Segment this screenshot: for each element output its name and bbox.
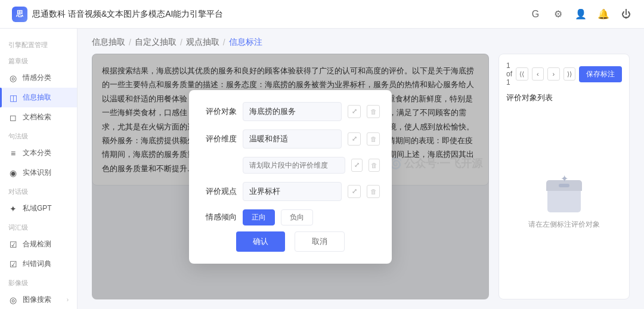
app-title: 思通数科 语音视频&文本图片多模态AI能力引擎平台 <box>32 9 223 20</box>
dialog-row-dimension-2: ⤢ 🗑 <box>201 157 380 174</box>
text-classify-icon: ≡ <box>8 149 18 158</box>
dialog-input-dimension[interactable] <box>243 157 345 174</box>
content-area: 信息抽取 / 自定义抽取 / 观点抽取 / 信息标注 根据搜索结果，海底捞以其优… <box>78 29 644 309</box>
entity-icon: ◉ <box>8 168 18 178</box>
empty-illustration: ✦ <box>540 172 588 214</box>
box-handle <box>559 184 569 187</box>
dialog-label-dimension-1: 评价维度 <box>201 134 237 144</box>
dialog-confirm-btn[interactable]: 确认 <box>236 231 285 252</box>
right-panel-toolbar: 1 of 1 ⟨⟨ ‹ › ⟩⟩ 保存标注 <box>506 61 622 86</box>
dialog-cancel-btn[interactable]: 取消 <box>295 231 345 252</box>
header: 思 思通数科 语音视频&文本图片多模态AI能力引擎平台 G ⚙ 👤 🔔 ⏻ <box>0 0 644 29</box>
image-search-icon: ◎ <box>8 295 18 305</box>
correction-icon: ☑ <box>8 259 18 269</box>
empty-text: 请在左侧标注评价对象 <box>528 220 600 230</box>
compliance-icon: ☑ <box>8 240 18 249</box>
sentiment-positive-btn[interactable]: 正向 <box>243 209 275 225</box>
dialog-expand-opinion-btn[interactable]: ⤢ <box>348 185 361 198</box>
right-panel-title: 评价对象列表 <box>506 92 622 103</box>
sidebar-item-image-search-label: 图像搜索 <box>23 295 62 305</box>
doc-search-icon: ◻ <box>8 113 18 122</box>
sidebar-item-entity-label: 实体识别 <box>23 168 69 178</box>
dialog-label-target: 评价对象 <box>201 106 237 117</box>
dialog-overlay: 评价对象 海底捞的服务 ⤢ 🗑 评价维度 温暖和舒适 ⤢ 🗑 <box>92 54 489 299</box>
dialog-label-opinion: 评价观点 <box>201 186 237 197</box>
dialog-label-sentiment: 情感倾向 <box>201 212 237 223</box>
right-panel: 1 of 1 ⟨⟨ ‹ › ⟩⟩ 保存标注 评价对象列表 ✦ <box>499 54 630 299</box>
breadcrumb-item-1[interactable]: 自定义抽取 <box>135 37 177 48</box>
sidebar-item-compliance[interactable]: ☑ 合规检测 <box>0 234 77 254</box>
dialog-row-dimension-1: 评价维度 温暖和舒适 ⤢ 🗑 <box>201 129 380 149</box>
sidebar-section-lexical: 词汇级 <box>0 218 77 234</box>
sidebar-section-sentence: 句法级 <box>0 127 77 143</box>
dialog-delete-target-btn[interactable]: 🗑 <box>367 105 380 118</box>
sidebar-item-correction[interactable]: ☑ 纠错词典 <box>0 254 77 274</box>
image-search-arrow-icon: › <box>67 296 69 303</box>
dialog-value-dimension-1: 温暖和舒适 <box>243 129 342 149</box>
dialog-expand-target-btn[interactable]: ⤢ <box>348 105 361 118</box>
sidebar-section-chapter: 篇章级 <box>0 52 77 68</box>
sidebar-item-doc-search-label: 文档检索 <box>23 112 69 122</box>
empty-panel: ✦ 请在左侧标注评价对象 <box>506 109 622 292</box>
dialog-delete-dimension-2-btn[interactable]: 🗑 <box>369 159 380 172</box>
sidebar-item-correction-label: 纠错词典 <box>23 259 69 269</box>
box-star-icon: ✦ <box>561 173 568 184</box>
content-body: 根据搜索结果，海底捞以其优质的服务和良好的顾客体验获得了广泛的认可和高度的评价。… <box>78 54 644 309</box>
breadcrumb: 信息抽取 / 自定义抽取 / 观点抽取 / 信息标注 <box>78 29 644 54</box>
dialog-actions: 确认 取消 <box>201 231 380 252</box>
info-extract-icon: ◫ <box>8 93 18 103</box>
text-panel-wrapper: 根据搜索结果，海底捞以其优质的服务和良好的顾客体验获得了广泛的认可和高度的评价。… <box>92 54 489 299</box>
dialog-value-target: 海底捞的服务 <box>243 102 342 121</box>
sidebar-item-entity[interactable]: ◉ 实体识别 <box>0 163 77 183</box>
header-icons: G ⚙ 👤 🔔 ⏻ <box>530 8 632 20</box>
sidebar-item-doc-search[interactable]: ◻ 文档检索 <box>0 107 77 127</box>
dialog-expand-dimension-2-btn[interactable]: ⤢ <box>351 159 363 172</box>
sentiment-icon: ◎ <box>8 73 18 83</box>
private-gpt-icon: ✦ <box>8 204 18 214</box>
user-icon[interactable]: 👤 <box>575 8 587 20</box>
sidebar-section-dialog: 对话级 <box>0 183 77 199</box>
sidebar-item-text-classify[interactable]: ≡ 文本分类 <box>0 143 77 163</box>
settings-icon[interactable]: ⚙ <box>552 8 564 20</box>
breadcrumb-item-current: 信息标注 <box>229 37 262 48</box>
dialog: 评价对象 海底捞的服务 ⤢ 🗑 评价维度 温暖和舒适 ⤢ 🗑 <box>189 90 392 264</box>
main-layout: 引擎配置管理 篇章级 ◎ 情感分类 ◫ 信息抽取 ◻ 文档检索 句法级 ≡ 文本… <box>0 29 644 309</box>
sidebar-item-info-extract[interactable]: ◫ 信息抽取 <box>0 88 77 107</box>
dialog-value-opinion: 业界标杆 <box>243 182 342 201</box>
sidebar-item-info-extract-label: 信息抽取 <box>23 92 69 103</box>
breadcrumb-item-0[interactable]: 信息抽取 <box>92 37 125 48</box>
pagination-first-btn[interactable]: ⟨⟨ <box>516 67 528 81</box>
sidebar-item-sentiment[interactable]: ◎ 情感分类 <box>0 68 77 88</box>
pagination-last-btn[interactable]: ⟩⟩ <box>564 67 576 81</box>
sidebar-item-text-classify-label: 文本分类 <box>23 148 69 158</box>
sidebar-section-engine: 引擎配置管理 <box>0 36 77 52</box>
sidebar-item-private-gpt[interactable]: ✦ 私域GPT <box>0 199 77 218</box>
dialog-delete-dimension-1-btn[interactable]: 🗑 <box>367 132 380 146</box>
pagination-next-btn[interactable]: › <box>547 67 560 81</box>
notification-icon[interactable]: 🔔 <box>597 8 609 20</box>
dialog-row-target: 评价对象 海底捞的服务 ⤢ 🗑 <box>201 102 380 121</box>
sidebar: 引擎配置管理 篇章级 ◎ 情感分类 ◫ 信息抽取 ◻ 文档检索 句法级 ≡ 文本… <box>0 29 78 309</box>
sidebar-item-sentiment-label: 情感分类 <box>23 73 69 83</box>
logo: 思 思通数科 语音视频&文本图片多模态AI能力引擎平台 <box>12 7 223 22</box>
dialog-expand-dimension-1-btn[interactable]: ⤢ <box>348 132 361 146</box>
breadcrumb-item-2[interactable]: 观点抽取 <box>186 37 219 48</box>
dialog-row-sentiment: 情感倾向 正向 负向 <box>201 209 380 225</box>
sentiment-negative-btn[interactable]: 负向 <box>281 209 313 225</box>
dialog-delete-opinion-btn[interactable]: 🗑 <box>367 185 380 198</box>
sidebar-item-private-gpt-label: 私域GPT <box>23 203 69 214</box>
sidebar-item-compliance-label: 合规检测 <box>23 239 69 249</box>
power-icon[interactable]: ⏻ <box>620 8 632 20</box>
sidebar-section-image: 影像级 <box>0 274 77 290</box>
save-button[interactable]: 保存标注 <box>579 66 622 82</box>
pagination-prev-btn[interactable]: ‹ <box>532 67 544 81</box>
sidebar-item-image-search[interactable]: ◎ 图像搜索 › <box>0 290 77 309</box>
pagination-info: 1 of 1 <box>506 61 512 86</box>
logo-icon: 思 <box>12 7 27 22</box>
dialog-row-opinion: 评价观点 业界标杆 ⤢ 🗑 <box>201 182 380 201</box>
google-icon[interactable]: G <box>530 8 541 20</box>
box-body <box>547 191 581 212</box>
